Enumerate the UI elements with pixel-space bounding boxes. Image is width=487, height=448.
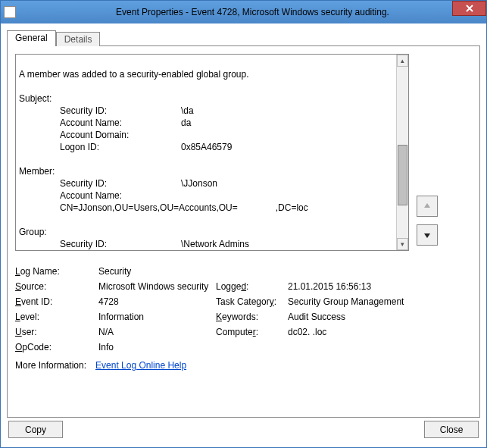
nav-buttons	[417, 190, 438, 251]
event-log-help-link[interactable]: Event Log Online Help	[95, 360, 186, 371]
scroll-down-button[interactable]: ▾	[397, 238, 408, 250]
keywords-value: Audit Success	[288, 312, 405, 322]
source-value: Microsoft Windows security	[98, 281, 216, 292]
event-description-text[interactable]: A member was added to a security-enabled…	[16, 55, 396, 250]
close-button[interactable]: Close	[424, 421, 479, 438]
opcode-label: OpCode:	[15, 342, 98, 352]
event-id-value: 4728	[98, 296, 216, 307]
arrow-down-icon	[423, 230, 432, 240]
arrow-up-icon	[423, 202, 432, 211]
more-info-label: More Information:	[15, 360, 86, 371]
dialog-footer: Copy Close	[7, 418, 480, 441]
event-properties-window: Event Properties - Event 4728, Microsoft…	[0, 0, 487, 448]
close-icon	[466, 5, 473, 12]
event-id-label: Event ID:	[15, 296, 98, 307]
tab-details[interactable]: Details	[56, 32, 101, 46]
logged-label: Logged:	[216, 281, 288, 292]
client-area: General Details A member was added to a …	[1, 23, 486, 447]
log-name-value: Security	[98, 266, 216, 277]
event-details-grid: Log Name: Security Source: Microsoft Win…	[15, 266, 409, 371]
tab-strip: General Details	[7, 30, 480, 46]
prev-event-button[interactable]	[417, 196, 438, 217]
log-name-label: Log Name:	[15, 266, 98, 277]
window-close-button[interactable]	[452, 1, 486, 16]
scroll-up-button[interactable]: ▴	[397, 55, 408, 67]
opcode-value: Info	[98, 342, 216, 352]
computer-label: Computer:	[216, 327, 288, 337]
keywords-label: Keywords:	[216, 312, 288, 322]
event-description-box: A member was added to a security-enabled…	[15, 54, 409, 251]
tab-panel-general: A member was added to a security-enabled…	[7, 45, 480, 418]
computer-value: dc02. .loc	[288, 327, 405, 337]
level-value: Information	[98, 312, 216, 322]
tab-general[interactable]: General	[7, 30, 56, 46]
logged-value: 21.01.2015 16:56:13	[288, 281, 405, 292]
level-label: Level:	[15, 312, 98, 322]
task-category-value: Security Group Management	[288, 296, 405, 307]
source-label: Source:	[15, 281, 98, 292]
next-event-button[interactable]	[417, 224, 438, 246]
user-label: User:	[15, 327, 98, 337]
app-icon	[4, 6, 16, 18]
scroll-thumb[interactable]	[398, 145, 407, 205]
titlebar[interactable]: Event Properties - Event 4728, Microsoft…	[1, 1, 486, 23]
copy-button[interactable]: Copy	[8, 421, 63, 438]
task-category-label: Task Category:	[216, 296, 288, 307]
user-value: N/A	[98, 327, 216, 337]
description-scrollbar[interactable]: ▴ ▾	[396, 55, 408, 250]
window-title: Event Properties - Event 4728, Microsoft…	[22, 7, 483, 17]
